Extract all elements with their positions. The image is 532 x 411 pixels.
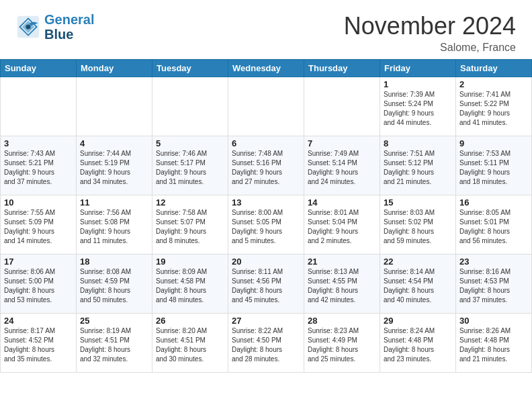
title-block: November 2024 Salome, France: [344, 12, 516, 54]
day-number: 18: [80, 257, 148, 267]
day-number: 19: [156, 257, 224, 267]
day-info: Sunrise: 7:43 AMSunset: 5:21 PMDaylight:…: [4, 149, 73, 187]
day-info: Sunrise: 7:41 AMSunset: 5:22 PMDaylight:…: [459, 90, 528, 128]
day-number: 28: [308, 316, 376, 326]
day-number: 3: [4, 138, 73, 148]
day-cell: [152, 77, 228, 136]
day-cell: 14Sunrise: 8:01 AMSunset: 5:04 PMDayligh…: [304, 195, 380, 255]
day-number: 15: [384, 197, 452, 208]
day-cell: [77, 77, 152, 136]
day-cell: [1, 77, 77, 136]
day-info: Sunrise: 7:46 AMSunset: 5:17 PMDaylight:…: [156, 149, 224, 187]
day-cell: 17Sunrise: 8:06 AMSunset: 5:00 PMDayligh…: [1, 255, 77, 314]
day-cell: 10Sunrise: 7:55 AMSunset: 5:09 PMDayligh…: [1, 195, 77, 255]
day-cell: 2Sunrise: 7:41 AMSunset: 5:22 PMDaylight…: [456, 77, 532, 136]
day-cell: 5Sunrise: 7:46 AMSunset: 5:17 PMDaylight…: [152, 136, 228, 195]
day-number: 11: [80, 197, 148, 208]
day-cell: 18Sunrise: 8:08 AMSunset: 4:59 PMDayligh…: [77, 255, 152, 314]
day-number: 27: [232, 316, 300, 326]
day-number: 2: [459, 79, 528, 89]
week-row-2: 3Sunrise: 7:43 AMSunset: 5:21 PMDaylight…: [1, 136, 532, 195]
day-number: 7: [308, 138, 376, 148]
day-info: Sunrise: 8:00 AMSunset: 5:05 PMDaylight:…: [232, 208, 300, 246]
day-info: Sunrise: 7:58 AMSunset: 5:07 PMDaylight:…: [156, 208, 224, 246]
day-cell: 28Sunrise: 8:23 AMSunset: 4:49 PMDayligh…: [304, 314, 380, 373]
day-number: 26: [156, 316, 224, 326]
day-cell: 3Sunrise: 7:43 AMSunset: 5:21 PMDaylight…: [1, 136, 77, 195]
day-cell: 7Sunrise: 7:49 AMSunset: 5:14 PMDaylight…: [304, 136, 380, 195]
weekday-header-tuesday: Tuesday: [152, 60, 228, 77]
day-number: 9: [459, 138, 528, 148]
day-number: 12: [156, 197, 224, 208]
week-row-3: 10Sunrise: 7:55 AMSunset: 5:09 PMDayligh…: [1, 195, 532, 255]
day-info: Sunrise: 7:48 AMSunset: 5:16 PMDaylight:…: [232, 149, 300, 187]
day-info: Sunrise: 8:06 AMSunset: 5:00 PMDaylight:…: [4, 267, 73, 305]
day-info: Sunrise: 8:13 AMSunset: 4:55 PMDaylight:…: [308, 267, 376, 305]
day-cell: 20Sunrise: 8:11 AMSunset: 4:56 PMDayligh…: [228, 255, 304, 314]
day-info: Sunrise: 8:20 AMSunset: 4:51 PMDaylight:…: [156, 326, 224, 364]
day-cell: 22Sunrise: 8:14 AMSunset: 4:54 PMDayligh…: [380, 255, 456, 314]
weekday-header-row: SundayMondayTuesdayWednesdayThursdayFrid…: [1, 60, 532, 77]
week-row-5: 24Sunrise: 8:17 AMSunset: 4:52 PMDayligh…: [1, 314, 532, 373]
svg-point-3: [26, 24, 30, 29]
day-number: 16: [459, 197, 528, 208]
day-cell: 21Sunrise: 8:13 AMSunset: 4:55 PMDayligh…: [304, 255, 380, 314]
weekday-header-sunday: Sunday: [1, 60, 77, 77]
day-number: 14: [308, 197, 376, 208]
day-info: Sunrise: 8:01 AMSunset: 5:04 PMDaylight:…: [308, 208, 376, 246]
day-info: Sunrise: 8:08 AMSunset: 4:59 PMDaylight:…: [80, 267, 148, 305]
day-info: Sunrise: 8:19 AMSunset: 4:51 PMDaylight:…: [80, 326, 148, 364]
day-number: 8: [384, 138, 452, 148]
month-title: November 2024: [344, 12, 516, 40]
day-number: 6: [232, 138, 300, 148]
day-info: Sunrise: 7:55 AMSunset: 5:09 PMDaylight:…: [4, 208, 73, 246]
day-cell: 16Sunrise: 8:05 AMSunset: 5:01 PMDayligh…: [456, 195, 532, 255]
day-info: Sunrise: 7:44 AMSunset: 5:19 PMDaylight:…: [80, 149, 148, 187]
day-number: 13: [232, 197, 300, 208]
day-cell: 19Sunrise: 8:09 AMSunset: 4:58 PMDayligh…: [152, 255, 228, 314]
day-info: Sunrise: 8:09 AMSunset: 4:58 PMDaylight:…: [156, 267, 224, 305]
day-cell: 27Sunrise: 8:22 AMSunset: 4:50 PMDayligh…: [228, 314, 304, 373]
day-cell: 25Sunrise: 8:19 AMSunset: 4:51 PMDayligh…: [77, 314, 152, 373]
day-info: Sunrise: 8:11 AMSunset: 4:56 PMDaylight:…: [232, 267, 300, 305]
weekday-header-monday: Monday: [77, 60, 152, 77]
day-cell: 24Sunrise: 8:17 AMSunset: 4:52 PMDayligh…: [1, 314, 77, 373]
week-row-4: 17Sunrise: 8:06 AMSunset: 5:00 PMDayligh…: [1, 255, 532, 314]
day-info: Sunrise: 8:03 AMSunset: 5:02 PMDaylight:…: [384, 208, 452, 246]
calendar-wrapper: SundayMondayTuesdayWednesdayThursdayFrid…: [0, 59, 532, 373]
day-info: Sunrise: 7:49 AMSunset: 5:14 PMDaylight:…: [308, 149, 376, 187]
day-number: 17: [4, 257, 73, 267]
day-cell: [304, 77, 380, 136]
day-info: Sunrise: 8:23 AMSunset: 4:49 PMDaylight:…: [308, 326, 376, 364]
day-number: 5: [156, 138, 224, 148]
day-cell: 1Sunrise: 7:39 AMSunset: 5:24 PMDaylight…: [380, 77, 456, 136]
weekday-header-wednesday: Wednesday: [228, 60, 304, 77]
logo-icon: [16, 15, 40, 39]
calendar-table: SundayMondayTuesdayWednesdayThursdayFrid…: [0, 59, 532, 373]
day-info: Sunrise: 8:05 AMSunset: 5:01 PMDaylight:…: [459, 208, 528, 246]
day-info: Sunrise: 7:51 AMSunset: 5:12 PMDaylight:…: [384, 149, 452, 187]
day-cell: 15Sunrise: 8:03 AMSunset: 5:02 PMDayligh…: [380, 195, 456, 255]
day-cell: [228, 77, 304, 136]
day-info: Sunrise: 7:56 AMSunset: 5:08 PMDaylight:…: [80, 208, 148, 246]
location: Salome, France: [344, 42, 516, 54]
day-info: Sunrise: 8:26 AMSunset: 4:48 PMDaylight:…: [459, 326, 528, 364]
day-cell: 30Sunrise: 8:26 AMSunset: 4:48 PMDayligh…: [456, 314, 532, 373]
day-number: 22: [384, 257, 452, 267]
day-info: Sunrise: 8:14 AMSunset: 4:54 PMDaylight:…: [384, 267, 452, 305]
day-number: 30: [459, 316, 528, 326]
day-cell: 6Sunrise: 7:48 AMSunset: 5:16 PMDaylight…: [228, 136, 304, 195]
day-info: Sunrise: 8:16 AMSunset: 4:53 PMDaylight:…: [459, 267, 528, 305]
day-cell: 8Sunrise: 7:51 AMSunset: 5:12 PMDaylight…: [380, 136, 456, 195]
day-number: 25: [80, 316, 148, 326]
day-info: Sunrise: 8:17 AMSunset: 4:52 PMDaylight:…: [4, 326, 73, 364]
day-number: 10: [4, 197, 73, 208]
day-cell: 11Sunrise: 7:56 AMSunset: 5:08 PMDayligh…: [77, 195, 152, 255]
day-number: 23: [459, 257, 528, 267]
day-cell: 13Sunrise: 8:00 AMSunset: 5:05 PMDayligh…: [228, 195, 304, 255]
day-number: 4: [80, 138, 148, 148]
day-cell: 26Sunrise: 8:20 AMSunset: 4:51 PMDayligh…: [152, 314, 228, 373]
day-number: 29: [384, 316, 452, 326]
day-info: Sunrise: 8:22 AMSunset: 4:50 PMDaylight:…: [232, 326, 300, 364]
day-number: 24: [4, 316, 73, 326]
